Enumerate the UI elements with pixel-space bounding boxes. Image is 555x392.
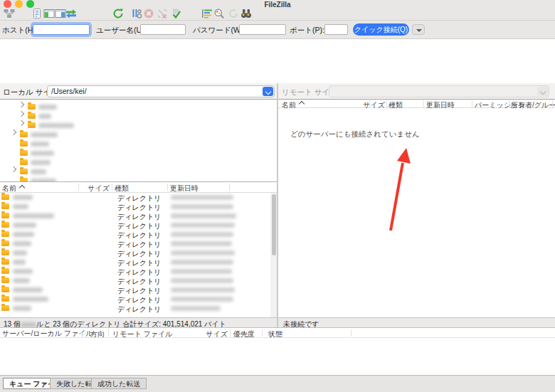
port-label: ポート(P): — [290, 26, 324, 36]
file-list-row[interactable]: ディレクトリ — [0, 193, 277, 202]
site-manager-icon[interactable] — [4, 8, 15, 19]
folder-icon — [1, 277, 9, 283]
tree-item[interactable] — [0, 102, 277, 111]
column-modified[interactable]: 更新日時 — [170, 184, 199, 194]
port-input[interactable] — [324, 24, 348, 35]
chevron-right-icon[interactable] — [18, 102, 24, 107]
file-list-row[interactable]: ディレクトリ — [0, 258, 277, 267]
blurred-file-name — [13, 269, 33, 274]
blurred-modified-date — [171, 260, 233, 265]
file-list-row[interactable]: ディレクトリ — [0, 239, 277, 248]
file-list-row[interactable]: ディレクトリ — [0, 295, 277, 304]
blurred-folder-name — [31, 142, 49, 147]
filter-icon[interactable] — [201, 8, 213, 19]
local-tree-toggle-icon[interactable] — [43, 8, 55, 19]
file-list-row[interactable]: ディレクトリ — [0, 221, 277, 230]
scrollbar-thumb[interactable] — [272, 194, 276, 255]
combo-chevron-down-icon[interactable] — [263, 87, 273, 96]
chevron-right-icon[interactable] — [11, 166, 16, 172]
password-input[interactable] — [239, 24, 286, 35]
blurred-file-name — [13, 287, 43, 292]
blurred-file-name — [13, 278, 30, 283]
tree-item[interactable] — [0, 139, 277, 148]
blurred-modified-date — [171, 306, 221, 311]
local-tree[interactable] — [0, 100, 277, 182]
local-site-combo[interactable]: /Users/kei/ — [47, 85, 275, 97]
column-type[interactable]: 種類 — [115, 184, 129, 194]
blurred-file-name — [13, 241, 31, 246]
blurred-file-name — [13, 204, 28, 209]
tree-item[interactable] — [0, 111, 277, 120]
sort-asc-icon — [299, 101, 305, 107]
tree-item[interactable] — [0, 157, 277, 166]
window-title: FileZilla — [0, 1, 555, 9]
blurred-folder-name — [31, 151, 54, 156]
blurred-file-name — [13, 195, 33, 200]
tree-item[interactable] — [0, 120, 277, 129]
folder-icon — [28, 113, 36, 119]
blurred-folder-name — [31, 169, 46, 174]
file-list-row[interactable]: ディレクトリ — [0, 285, 277, 295]
file-list-row[interactable]: ディレクトリ — [0, 211, 277, 221]
transfer-queue-toggle-icon[interactable] — [65, 8, 77, 19]
annotation-arrow — [382, 144, 416, 235]
folder-icon — [1, 231, 9, 237]
compare-icon[interactable] — [213, 8, 225, 19]
column-size[interactable]: サイズ — [84, 184, 110, 194]
file-list-row[interactable]: ディレクトリ — [0, 230, 277, 239]
file-list-row[interactable]: ディレクトリ — [0, 304, 277, 313]
blurred-modified-date — [171, 250, 235, 255]
folder-icon — [1, 194, 9, 200]
column-server-local-file[interactable]: サーバー/ローカル ファイル — [2, 329, 93, 339]
quickconnect-dropdown-button[interactable] — [412, 24, 425, 35]
file-list-row[interactable]: ディレクトリ — [0, 248, 277, 258]
blurred-folder-name — [31, 179, 56, 182]
queue-tab-bar: キュー ファイル 失敗した転送 成功した転送 — [0, 375, 555, 392]
tree-item[interactable] — [0, 176, 277, 182]
file-list-row[interactable]: ディレクトリ — [0, 276, 277, 285]
blurred-modified-date — [171, 204, 233, 209]
refresh-icon[interactable] — [112, 8, 124, 19]
message-log-area — [0, 39, 555, 83]
folder-icon — [20, 132, 28, 137]
file-list-row[interactable]: ディレクトリ — [0, 267, 277, 276]
tree-item[interactable] — [0, 129, 277, 139]
reconnect-icon[interactable] — [171, 8, 182, 19]
chevron-right-icon[interactable] — [18, 120, 24, 126]
queue-header: サーバー/ローカル ファイル 方向 リモート ファイル サイズ 優先度 状態 — [0, 327, 555, 338]
blurred-modified-date — [171, 297, 233, 302]
quickconnect-button[interactable]: クイック接続(Q) — [353, 23, 409, 36]
file-list-row[interactable]: ディレクトリ — [0, 202, 277, 211]
tab-successful-transfers[interactable]: 成功した転送 — [91, 378, 147, 389]
blurred-file-name — [13, 250, 27, 255]
blurred-file-name — [13, 232, 34, 237]
local-status-bar: 13 個ルと 23 個のディレクトリ 合計サイズ: 401,514,021 バイ… — [0, 317, 277, 327]
chevron-right-icon[interactable] — [11, 129, 16, 135]
message-log-toggle-icon[interactable] — [31, 8, 43, 19]
local-site-bar: ローカル サイト: /Users/kei/ — [0, 83, 277, 100]
blurred-file-name — [13, 260, 26, 265]
username-input[interactable] — [140, 24, 186, 35]
folder-icon — [20, 169, 28, 174]
folder-icon — [1, 259, 9, 265]
synchronized-browsing-icon — [228, 8, 239, 19]
process-queue-icon[interactable] — [131, 8, 142, 19]
folder-icon — [20, 178, 28, 182]
chevron-right-icon[interactable] — [18, 111, 24, 117]
column-name[interactable]: 名前 — [2, 184, 16, 194]
find-icon[interactable] — [240, 8, 252, 19]
folder-icon — [1, 203, 9, 209]
local-site-path: /Users/kei/ — [51, 87, 87, 95]
remote-site-bar: リモート サイト: — [278, 83, 555, 100]
blurred-file-name — [13, 213, 54, 218]
blurred-file-name — [13, 306, 31, 311]
local-file-list[interactable]: ディレクトリディレクトリディレクトリディレクトリディレクトリディレクトリディレク… — [0, 193, 277, 317]
remote-tree-toggle-icon[interactable] — [55, 8, 66, 19]
host-input[interactable] — [33, 24, 90, 35]
blurred-folder-name — [38, 114, 51, 119]
disconnect-icon — [157, 8, 168, 19]
tree-item[interactable] — [0, 166, 277, 176]
tree-item[interactable] — [0, 148, 277, 157]
quickconnect-bar: ホスト(H): ユーザー名(U): パスワード(W): ポート(P): クイック… — [0, 21, 555, 39]
folder-icon — [20, 141, 28, 147]
